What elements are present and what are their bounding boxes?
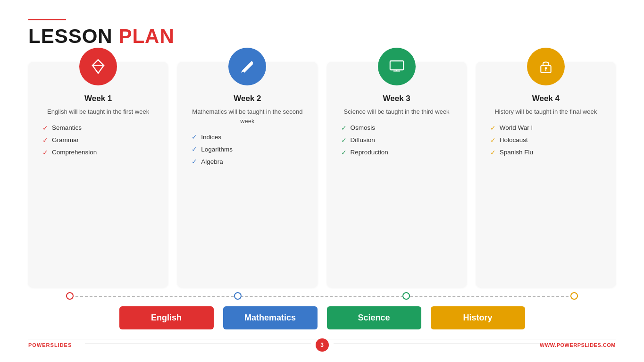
checklist-item: ✓ Osmosis — [341, 124, 457, 132]
lock-icon-circle — [527, 48, 565, 85]
footer-line-right — [334, 344, 541, 344]
footer-line-left — [85, 344, 311, 344]
timeline — [28, 292, 616, 300]
check-icon: ✓ — [341, 149, 347, 156]
checklist-item: ✓ World War I — [490, 124, 606, 132]
checklist-item-label: Diffusion — [351, 136, 375, 143]
checklist-item: ✓ Reproduction — [341, 149, 457, 156]
svg-point-6 — [545, 67, 547, 69]
card-checklist: ✓ Semantics ✓ Grammar ✓ Comprehension — [38, 124, 159, 161]
card-week-label: Week 2 — [234, 94, 261, 103]
checklist-item: ✓ Spanish Flu — [490, 149, 606, 156]
checklist-item-label: Holocaust — [500, 136, 528, 143]
card-week-label: Week 4 — [532, 94, 560, 103]
check-icon: ✓ — [42, 136, 48, 144]
card-week2: Week 2 Mathematics will be taught in the… — [177, 62, 317, 287]
checklist-item: ✓ Semantics — [42, 124, 159, 132]
title-red: PLAN — [118, 25, 174, 47]
header-accent-line — [28, 19, 66, 20]
checklist-item: ✓ Holocaust — [490, 136, 606, 144]
card-description: History will be taught in the final week — [494, 107, 597, 117]
card-checklist: ✓ Osmosis ✓ Diffusion ✓ Reproduction — [336, 124, 457, 161]
footer-url: WWW.POWERPSLIDES.COM — [540, 342, 616, 348]
cards-container: Week 1 English will be taught in the fir… — [28, 62, 616, 287]
card-week3: Week 3 Science will be taught in the thi… — [327, 62, 467, 287]
card-description: Science will be taught in the third week — [344, 107, 450, 117]
checklist-item-label: Comprehension — [52, 149, 97, 156]
card-week-label: Week 3 — [383, 94, 410, 103]
checklist-item-label: Algebra — [201, 158, 223, 165]
slide-page: LESSON PLAN Week 1 English will be taugh… — [0, 0, 644, 362]
check-icon: ✓ — [42, 124, 48, 132]
card-description: Mathematics will be taught in the second… — [187, 107, 308, 126]
subject-button-mathematics[interactable]: Mathematics — [223, 306, 318, 329]
timeline-dot-2 — [234, 292, 242, 300]
card-checklist: ✓ World War I ✓ Holocaust ✓ Spanish Flu — [485, 124, 606, 161]
page-number: 3 — [316, 338, 329, 352]
buttons-row: EnglishMathematicsScienceHistory — [28, 306, 616, 329]
check-icon: ✓ — [192, 158, 197, 165]
card-week-label: Week 1 — [84, 94, 112, 103]
monitor-icon-circle — [378, 48, 416, 85]
card-checklist: ✓ Indices ✓ Logarithms ✓ Algebra — [187, 133, 308, 170]
checklist-item-label: Spanish Flu — [500, 149, 533, 156]
card-week1: Week 1 English will be taught in the fir… — [28, 62, 168, 287]
check-icon: ✓ — [341, 136, 347, 144]
card-week4: Week 4 History will be taught in the fin… — [476, 62, 616, 287]
checklist-item: ✓ Indices — [192, 133, 308, 141]
footer: POWERSLIDES 3 WWW.POWERPSLIDES.COM — [28, 339, 616, 348]
pencil-icon-circle — [228, 48, 266, 85]
check-icon: ✓ — [490, 124, 496, 132]
checklist-item-label: Osmosis — [351, 124, 376, 131]
timeline-dot-1 — [66, 292, 74, 300]
svg-marker-1 — [92, 60, 104, 66]
subject-button-history[interactable]: History — [431, 306, 525, 329]
subject-button-english[interactable]: English — [119, 306, 214, 329]
checklist-item: ✓ Grammar — [42, 136, 159, 144]
checklist-item-label: World War I — [500, 124, 533, 131]
check-icon: ✓ — [341, 124, 347, 132]
footer-brand: POWERSLIDES — [28, 342, 72, 348]
checklist-item: ✓ Comprehension — [42, 149, 159, 156]
header: LESSON PLAN — [28, 19, 616, 48]
footer-brand-black: POWER — [28, 342, 50, 348]
checklist-item: ✓ Logarithms — [192, 145, 308, 153]
slide-title: LESSON PLAN — [28, 25, 616, 48]
title-black: LESSON — [28, 25, 118, 47]
check-icon: ✓ — [192, 145, 197, 153]
checklist-item-label: Logarithms — [201, 146, 233, 153]
checklist-item-label: Reproduction — [351, 149, 388, 156]
timeline-line — [66, 296, 578, 297]
footer-brand-red: SLIDES — [50, 342, 72, 348]
timeline-dot-3 — [402, 292, 410, 300]
subject-button-science[interactable]: Science — [327, 306, 421, 329]
svg-marker-0 — [92, 60, 104, 74]
timeline-dot-4 — [570, 292, 578, 300]
checklist-item: ✓ Algebra — [192, 158, 308, 165]
checklist-item-label: Indices — [201, 134, 221, 141]
card-description: English will be taught in the first week — [47, 107, 149, 117]
checklist-item-label: Semantics — [52, 124, 82, 131]
check-icon: ✓ — [192, 133, 197, 141]
checklist-item: ✓ Diffusion — [341, 136, 457, 144]
svg-rect-2 — [390, 61, 403, 70]
check-icon: ✓ — [42, 149, 48, 156]
checklist-item-label: Grammar — [52, 136, 79, 143]
diamond-icon-circle — [79, 48, 117, 85]
check-icon: ✓ — [490, 136, 496, 144]
check-icon: ✓ — [490, 149, 496, 156]
